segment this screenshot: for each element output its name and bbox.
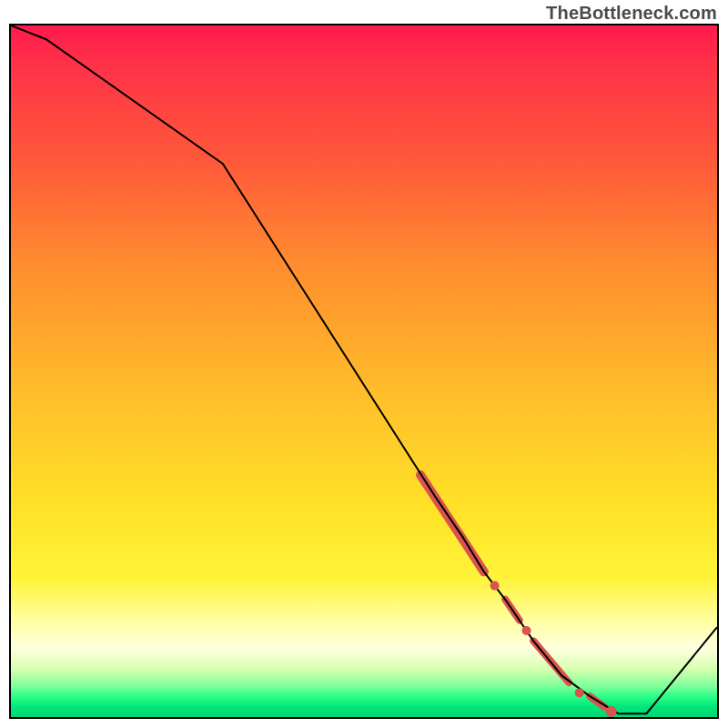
chart-svg [11,25,717,717]
highlight-dot [575,688,584,697]
highlight-dot [490,581,500,591]
chart-frame: TheBottleneck.com [0,0,728,728]
data-highlight-markers [420,475,604,707]
highlight-dot [606,706,617,717]
highlight-dot [521,626,531,635]
watermark-text: TheBottleneck.com [546,3,717,24]
data-curve [11,25,717,713]
